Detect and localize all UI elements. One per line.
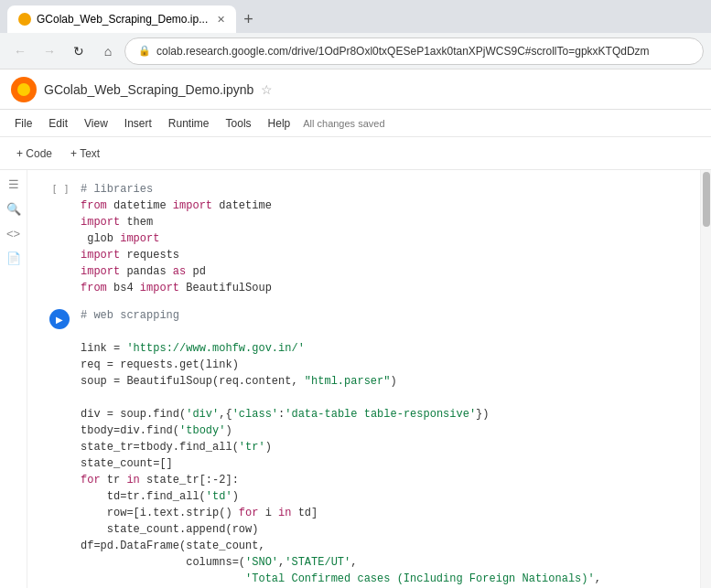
notebook-area: ☰ 🔍 <> 📄 [ ] # libraries from datetime i…: [0, 170, 711, 588]
str-col1: 'SNO': [245, 556, 278, 569]
cell-2-content[interactable]: # web scrapping link = 'https://www.mohf…: [73, 304, 700, 588]
menu-toggle-icon[interactable]: ☰: [8, 177, 19, 191]
menu-help[interactable]: Help: [261, 113, 298, 134]
kw-from2: from: [81, 282, 107, 294]
kw-import5: import: [81, 265, 120, 278]
cell-1-content[interactable]: # libraries from datetime import datetim…: [73, 177, 700, 300]
str-col2: 'STATE/UT': [285, 556, 350, 569]
toolbar: + Code + Text: [0, 137, 711, 170]
cell-1: [ ] # libraries from datetime import dat…: [27, 177, 700, 300]
forward-button[interactable]: →: [37, 38, 62, 64]
left-gutter: ☰ 🔍 <> 📄: [0, 170, 27, 588]
menu-runtime[interactable]: Runtime: [161, 113, 217, 134]
str-td: 'td': [206, 490, 232, 503]
kw-for2: for: [239, 507, 259, 519]
save-status: All changes saved: [303, 118, 384, 129]
cell-1-bracket-text: [ ]: [51, 183, 70, 195]
code-icon[interactable]: <>: [6, 227, 20, 241]
tab-favicon: [18, 13, 31, 26]
address-bar[interactable]: 🔒 colab.research.google.com/drive/1OdPr8…: [124, 37, 704, 65]
tab-close-btn[interactable]: ✕: [217, 14, 225, 26]
kw-in: in: [126, 474, 139, 486]
menu-insert[interactable]: Insert: [117, 113, 159, 134]
kw-from1: from: [81, 199, 107, 212]
reload-button[interactable]: ↻: [66, 38, 92, 64]
tab-bar: GColab_Web_Scraping_Demo.ip... ✕ +: [7, 0, 261, 33]
kw-for: for: [81, 474, 101, 486]
comment-libraries: # libraries: [81, 183, 153, 196]
str-div: 'div': [186, 408, 219, 421]
menu-view[interactable]: View: [77, 113, 115, 134]
kw-import3: import: [120, 232, 159, 245]
search-icon[interactable]: 🔍: [6, 202, 21, 216]
home-button[interactable]: ⌂: [95, 38, 121, 64]
scrollbar[interactable]: [700, 170, 711, 588]
notebook-title: GColab_Web_Scraping_Demo.ipynb: [44, 82, 253, 97]
tab-title: GColab_Web_Scraping_Demo.ip...: [37, 13, 208, 26]
logo-outer: [11, 77, 37, 102]
colab-header: GColab_Web_Scraping_Demo.ipynb ☆: [0, 69, 711, 110]
menu-bar: File Edit View Insert Runtime Tools Help…: [0, 110, 711, 137]
run-button[interactable]: ▶: [49, 309, 70, 329]
str-classval: 'data-table table-responsive': [285, 408, 476, 421]
browser-tab-bar: GColab_Web_Scraping_Demo.ip... ✕ +: [0, 0, 711, 33]
menu-tools[interactable]: Tools: [219, 113, 259, 134]
back-button[interactable]: ←: [7, 38, 33, 64]
str-url: 'https://www.mohfw.gov.in/': [126, 342, 304, 355]
kw-as1: as: [173, 265, 186, 278]
str-col3: 'Total Confirmed cases (Including Foreig…: [245, 572, 595, 585]
lock-icon: 🔒: [138, 45, 151, 57]
scrollbar-thumb[interactable]: [703, 172, 710, 227]
star-icon[interactable]: ☆: [261, 82, 273, 97]
kw-import2: import: [81, 216, 120, 229]
comment-web-scrapping: # web scrapping: [81, 309, 179, 322]
str-class: 'class': [232, 408, 278, 421]
add-code-button[interactable]: + Code: [11, 144, 58, 163]
active-tab[interactable]: GColab_Web_Scraping_Demo.ip... ✕: [7, 5, 236, 33]
new-tab-button[interactable]: +: [236, 5, 261, 33]
logo-inner: [17, 83, 30, 96]
menu-edit[interactable]: Edit: [41, 113, 75, 134]
str-htmlparser: "html.parser": [305, 375, 391, 388]
kw-import1: import: [173, 199, 212, 212]
str-tbody: 'tbody': [179, 424, 225, 437]
kw-import6: import: [140, 282, 179, 294]
cell-2: ▶ # web scrapping link = 'https://www.mo…: [27, 304, 700, 588]
kw-import4: import: [81, 249, 120, 262]
cells-area: [ ] # libraries from datetime import dat…: [27, 170, 700, 588]
menu-file[interactable]: File: [7, 113, 39, 134]
file-icon[interactable]: 📄: [6, 251, 21, 265]
kw-in2: in: [278, 507, 291, 519]
str-tr: 'tr': [239, 441, 265, 454]
add-text-button[interactable]: + Text: [65, 144, 105, 163]
url-text: colab.research.google.com/drive/1OdPr8Ox…: [156, 45, 650, 58]
colab-logo: [11, 77, 37, 102]
cell-1-bracket: [ ]: [27, 177, 73, 300]
nav-bar: ← → ↻ ⌂ 🔒 colab.research.google.com/driv…: [0, 33, 711, 69]
